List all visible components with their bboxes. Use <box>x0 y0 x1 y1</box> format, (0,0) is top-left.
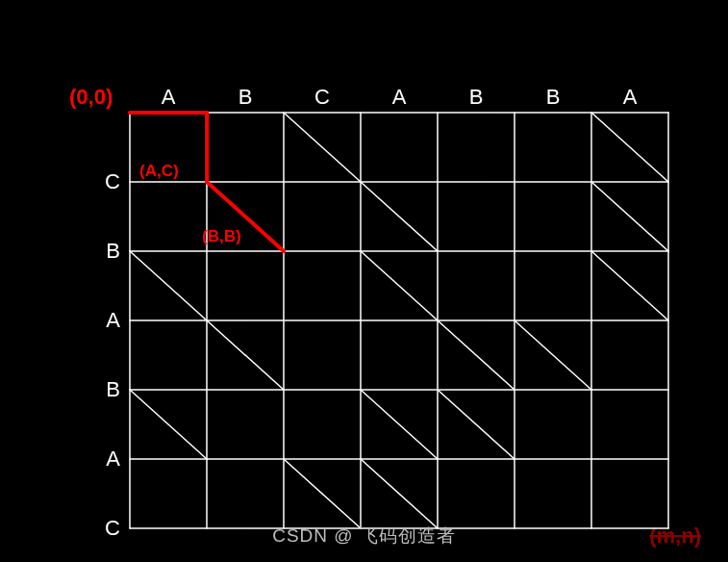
svg-line-20 <box>361 251 438 320</box>
svg-line-21 <box>591 251 668 320</box>
svg-line-23 <box>438 320 515 390</box>
svg-line-29 <box>361 459 438 528</box>
svg-line-24 <box>515 320 591 390</box>
svg-line-26 <box>361 390 438 459</box>
annotation-b-b: (B,B) <box>202 227 241 246</box>
svg-line-22 <box>207 320 284 390</box>
svg-line-25 <box>130 390 207 459</box>
svg-line-15 <box>284 113 361 182</box>
svg-line-17 <box>361 182 438 251</box>
annotation-a-c: (A,C) <box>139 162 179 181</box>
svg-line-28 <box>284 459 361 528</box>
svg-line-16 <box>591 113 668 182</box>
svg-line-27 <box>438 390 515 459</box>
svg-line-18 <box>591 182 668 251</box>
grid-svg <box>0 0 728 562</box>
svg-line-19 <box>130 251 207 320</box>
diagram-stage: (0,0) (m,n) A B C A B B A C B A B A C (A… <box>0 0 728 562</box>
